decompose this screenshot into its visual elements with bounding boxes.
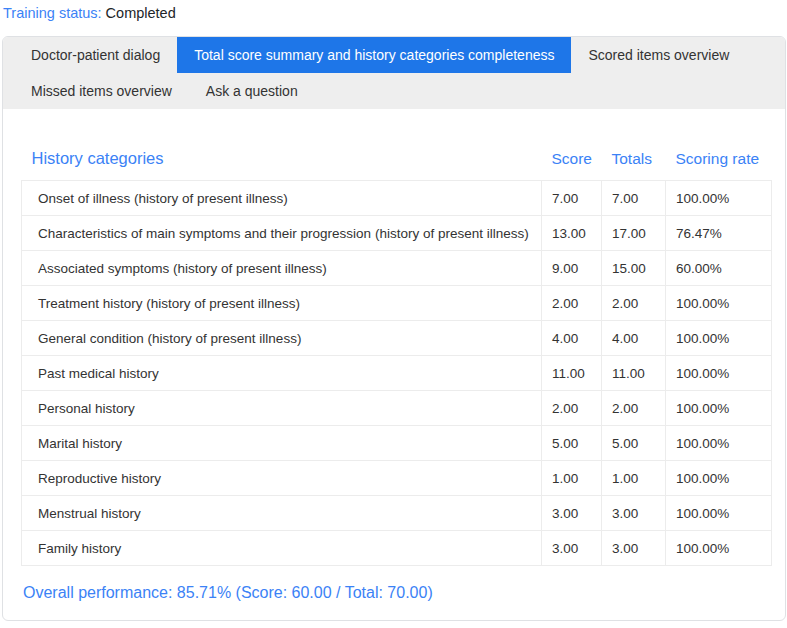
totals-cell: 4.00 bbox=[602, 321, 666, 356]
table-row: Marital history5.005.00100.00% bbox=[22, 426, 772, 461]
table-row: Personal history2.002.00100.00% bbox=[22, 391, 772, 426]
totals-cell: 5.00 bbox=[602, 426, 666, 461]
scoring-rate-cell: 76.47% bbox=[666, 216, 772, 251]
tab-scored-items-overview[interactable]: Scored items overview bbox=[571, 37, 746, 73]
tab-strip: Doctor-patient dialogTotal score summary… bbox=[3, 37, 785, 109]
category-cell: Personal history bbox=[22, 391, 542, 426]
score-cell: 7.00 bbox=[542, 181, 602, 216]
table-row: Treatment history (history of present il… bbox=[22, 286, 772, 321]
training-status-label: Training status: bbox=[3, 5, 102, 21]
table-row: Onset of illness (history of present ill… bbox=[22, 181, 772, 216]
totals-cell: 1.00 bbox=[602, 461, 666, 496]
category-cell: Family history bbox=[22, 531, 542, 566]
scoring-rate-cell: 100.00% bbox=[666, 461, 772, 496]
table-row: Reproductive history1.001.00100.00% bbox=[22, 461, 772, 496]
overall-performance: Overall performance: 85.71% (Score: 60.0… bbox=[23, 583, 767, 615]
score-cell: 13.00 bbox=[542, 216, 602, 251]
totals-cell: 17.00 bbox=[602, 216, 666, 251]
scoring-rate-cell: 100.00% bbox=[666, 356, 772, 391]
scoring-rate-cell: 100.00% bbox=[666, 496, 772, 531]
tab-doctor-patient-dialog[interactable]: Doctor-patient dialog bbox=[14, 37, 177, 73]
training-status: Training status:Completed bbox=[3, 4, 786, 22]
totals-cell: 15.00 bbox=[602, 251, 666, 286]
category-cell: General condition (history of present il… bbox=[22, 321, 542, 356]
totals-cell: 2.00 bbox=[602, 286, 666, 321]
totals-cell: 3.00 bbox=[602, 496, 666, 531]
scoring-rate-cell: 100.00% bbox=[666, 426, 772, 461]
totals-cell: 2.00 bbox=[602, 391, 666, 426]
category-cell: Past medical history bbox=[22, 356, 542, 391]
totals-cell: 7.00 bbox=[602, 181, 666, 216]
totals-cell: 11.00 bbox=[602, 356, 666, 391]
totals-cell: 3.00 bbox=[602, 531, 666, 566]
history-categories-table: History categories Score Totals Scoring … bbox=[21, 149, 772, 566]
score-cell: 2.00 bbox=[542, 391, 602, 426]
column-header-score: Score bbox=[542, 149, 602, 181]
table-row: Associated symptoms (history of present … bbox=[22, 251, 772, 286]
tab-ask-a-question[interactable]: Ask a question bbox=[189, 73, 315, 109]
scoring-rate-cell: 60.00% bbox=[666, 251, 772, 286]
category-cell: Reproductive history bbox=[22, 461, 542, 496]
category-cell: Menstrual history bbox=[22, 496, 542, 531]
category-cell: Onset of illness (history of present ill… bbox=[22, 181, 542, 216]
training-status-value: Completed bbox=[106, 5, 176, 21]
results-panel: Doctor-patient dialogTotal score summary… bbox=[2, 36, 786, 621]
scoring-rate-cell: 100.00% bbox=[666, 181, 772, 216]
tab-content-summary: History categories Score Totals Scoring … bbox=[3, 109, 785, 615]
score-cell: 1.00 bbox=[542, 461, 602, 496]
table-row: Characteristics of main symptoms and the… bbox=[22, 216, 772, 251]
category-cell: Marital history bbox=[22, 426, 542, 461]
category-cell: Treatment history (history of present il… bbox=[22, 286, 542, 321]
table-row: General condition (history of present il… bbox=[22, 321, 772, 356]
scoring-rate-cell: 100.00% bbox=[666, 321, 772, 356]
tab-total-score-summary-and-history-categories-completeness[interactable]: Total score summary and history categori… bbox=[177, 37, 571, 73]
score-cell: 4.00 bbox=[542, 321, 602, 356]
column-header-totals: Totals bbox=[602, 149, 666, 181]
score-cell: 5.00 bbox=[542, 426, 602, 461]
scoring-rate-cell: 100.00% bbox=[666, 286, 772, 321]
score-cell: 11.00 bbox=[542, 356, 602, 391]
score-cell: 9.00 bbox=[542, 251, 602, 286]
category-cell: Associated symptoms (history of present … bbox=[22, 251, 542, 286]
table-row: Menstrual history3.003.00100.00% bbox=[22, 496, 772, 531]
column-header-scoring-rate: Scoring rate bbox=[666, 149, 772, 181]
report-page: Training status:Completed Doctor-patient… bbox=[0, 0, 787, 621]
tab-missed-items-overview[interactable]: Missed items overview bbox=[14, 73, 189, 109]
scoring-rate-cell: 100.00% bbox=[666, 391, 772, 426]
table-row: Family history3.003.00100.00% bbox=[22, 531, 772, 566]
scoring-rate-cell: 100.00% bbox=[666, 531, 772, 566]
category-cell: Characteristics of main symptoms and the… bbox=[22, 216, 542, 251]
table-header-row: History categories Score Totals Scoring … bbox=[22, 149, 772, 181]
table-row: Past medical history11.0011.00100.00% bbox=[22, 356, 772, 391]
score-cell: 2.00 bbox=[542, 286, 602, 321]
score-cell: 3.00 bbox=[542, 531, 602, 566]
column-header-history-categories: History categories bbox=[22, 149, 542, 181]
score-cell: 3.00 bbox=[542, 496, 602, 531]
